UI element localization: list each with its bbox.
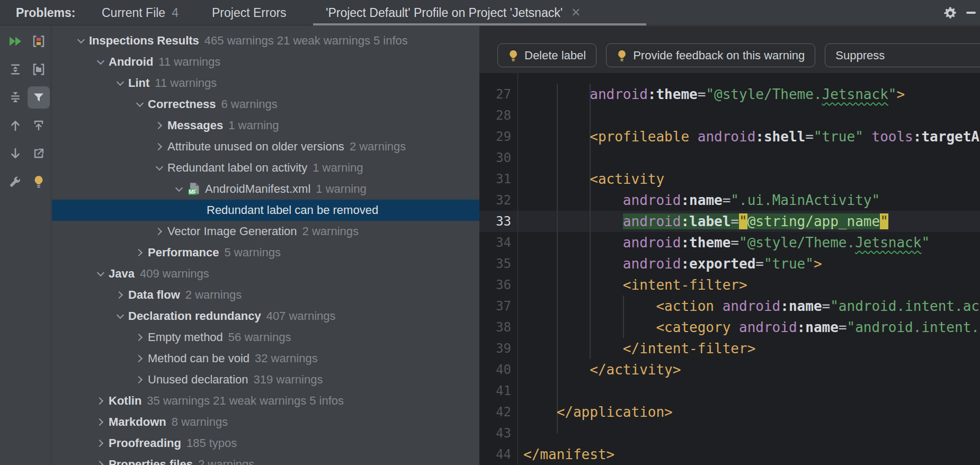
tree-row[interactable]: Markdown8 warnings [52, 412, 479, 433]
chevron-down-icon[interactable] [97, 269, 104, 276]
chevron-right-icon[interactable] [135, 334, 142, 341]
code-line-28[interactable]: 28 [479, 105, 980, 126]
code-line-36[interactable]: 36 <intent-filter> [479, 274, 980, 296]
tree-item-label: Unused declaration [148, 373, 248, 387]
tree-row[interactable]: Correctness6 warnings [52, 94, 479, 115]
tree-row[interactable]: Redundant label on activity1 warning [52, 157, 479, 178]
collapse-all-button[interactable] [4, 86, 26, 109]
chevron-slot [93, 398, 109, 404]
tree-row[interactable]: Messages1 warning [52, 115, 479, 136]
tree-item-counts: 1 warning [316, 182, 366, 196]
tree-row[interactable]: Android11 warnings [52, 51, 479, 73]
chevron-right-icon[interactable] [155, 122, 162, 129]
tree-row[interactable]: Inspections Results465 warnings 21 weak … [52, 30, 479, 51]
code-line-38[interactable]: 38 <category android:name="android.inten… [479, 317, 980, 338]
gear-icon[interactable] [943, 6, 958, 21]
code-line-27[interactable]: 27 android:theme="@style/Theme.Jetsnack"… [479, 84, 980, 105]
code-line-39[interactable]: 39 </intent-filter> [479, 338, 980, 359]
open-in-new-window-button[interactable] [28, 142, 50, 165]
chevron-slot [152, 229, 167, 234]
lightbulb-icon [508, 50, 519, 61]
code-line-33[interactable]: 33 android:label="@string/app_name" [479, 211, 980, 232]
code-line-35[interactable]: 35 android:exported="true"> [479, 253, 980, 274]
tree-row[interactable]: Lint11 warnings [52, 73, 479, 94]
tree-row[interactable]: Data flow2 warnings [52, 284, 479, 306]
filter-button[interactable] [28, 86, 50, 109]
tree-row[interactable]: Proofreading185 typos [52, 433, 479, 454]
tree-row-selected[interactable]: Redundant label can be removed [52, 200, 479, 221]
next-problem-button[interactable] [4, 142, 26, 165]
chevron-right-icon[interactable] [115, 291, 123, 299]
line-number: 44 [479, 444, 511, 465]
chevron-right-icon[interactable] [135, 355, 142, 362]
tree-row[interactable]: Kotlin35 warnings 21 weak warnings 5 inf… [52, 390, 479, 412]
tree-row[interactable]: Declaration redundancy407 warnings [52, 306, 479, 327]
tree-row[interactable]: Method can be void32 warnings [52, 348, 479, 369]
move-to-top-button[interactable] [28, 114, 50, 137]
chevron-right-icon[interactable] [155, 143, 162, 150]
tab-label: Current File [102, 6, 165, 20]
line-number: 39 [479, 338, 511, 359]
tree-item-counts: 2 warnings [350, 140, 406, 154]
chevron-down-icon[interactable] [117, 311, 124, 318]
severity-levels-button[interactable] [28, 30, 50, 52]
chevron-slot [112, 292, 128, 298]
quick-fix-button[interactable] [4, 171, 26, 193]
expand-all-button[interactable] [4, 58, 26, 81]
wrench-icon [9, 175, 22, 188]
code-line-29[interactable]: 29 <profileable android:shell="true" too… [479, 126, 980, 147]
chevron-down-icon[interactable] [136, 99, 144, 106]
chevron-right-icon[interactable] [96, 461, 103, 465]
tree-row[interactable]: Properties files2 warnings [52, 454, 479, 465]
code-line-37[interactable]: 37 <action android:name="android.intent.… [479, 296, 980, 317]
group-by-directory-button[interactable] [28, 58, 50, 81]
code-line-32[interactable]: 32 android:name=".ui.MainActivity" [479, 190, 980, 211]
chevron-right-icon[interactable] [96, 440, 103, 447]
code-line-34[interactable]: 34 android:theme="@style/Theme.Jetsnack" [479, 232, 980, 253]
code-text: </application> [523, 401, 673, 423]
tree-row[interactable]: Performance5 warnings [52, 242, 479, 263]
tab-current-file[interactable]: Current File4 [102, 0, 179, 25]
suppress-button[interactable]: Suppress [825, 43, 980, 67]
provide-feedback-button[interactable]: Provide feedback on this warning [606, 43, 815, 67]
minimize-icon[interactable] [966, 12, 976, 14]
chevron-right-icon[interactable] [135, 249, 142, 256]
tree-row[interactable]: Attribute unused on older versions2 warn… [52, 136, 479, 157]
tree-row[interactable]: MFAndroidManifest.xml1 warning [52, 178, 479, 200]
tree-row[interactable]: Unused declaration319 warnings [52, 369, 479, 390]
chevron-right-icon[interactable] [135, 376, 142, 383]
code-text: android:theme="@style/Theme.Jetsnack"> [523, 84, 905, 105]
tree-item-counts: 2 warnings [198, 458, 254, 465]
rerun-inspection-button[interactable] [4, 30, 26, 52]
problems-tool-window: Problems: Current File4 Project Errors '… [0, 0, 980, 465]
line-number: 34 [479, 232, 511, 253]
code-line-43[interactable]: 43 [479, 423, 980, 444]
code-line-42[interactable]: 42 </application> [479, 401, 980, 423]
code-line-30[interactable]: 30 [479, 147, 980, 168]
code-line-41[interactable]: 41 [479, 380, 980, 401]
arrow-up-to-bracket-icon [32, 119, 45, 132]
chevron-down-icon[interactable] [77, 35, 85, 43]
chevron-right-icon[interactable] [155, 228, 162, 235]
chevron-down-icon[interactable] [117, 78, 124, 85]
code-text: android:label="@string/app_name" [523, 211, 888, 232]
chevron-down-icon[interactable] [97, 57, 104, 64]
show-quickfixes-button[interactable] [28, 171, 50, 193]
chevron-right-icon[interactable] [96, 397, 103, 405]
code-line-40[interactable]: 40 </activity> [479, 359, 980, 380]
line-number: 42 [479, 401, 511, 423]
code-text: <profileable android:shell="true" tools:… [523, 126, 980, 147]
tree-row[interactable]: Java409 warnings [52, 263, 479, 284]
previous-problem-button[interactable] [4, 114, 26, 137]
code-line-44[interactable]: 44</manifest> [479, 444, 980, 465]
chevron-down-icon[interactable] [156, 163, 163, 170]
tab-project-errors[interactable]: Project Errors [212, 0, 287, 25]
delete-label-button[interactable]: Delete label [497, 43, 596, 67]
chevron-down-icon[interactable] [175, 184, 183, 191]
close-icon[interactable]: ✕ [571, 6, 581, 20]
chevron-right-icon[interactable] [96, 418, 103, 426]
tree-row[interactable]: Empty method56 warnings [52, 327, 479, 348]
tab-profile-jetsnack[interactable]: 'Project Default' Profile on Project 'Je… [313, 0, 646, 25]
tree-row[interactable]: Vector Image Generation2 warnings [52, 221, 479, 242]
code-line-31[interactable]: 31 <activity [479, 168, 980, 190]
